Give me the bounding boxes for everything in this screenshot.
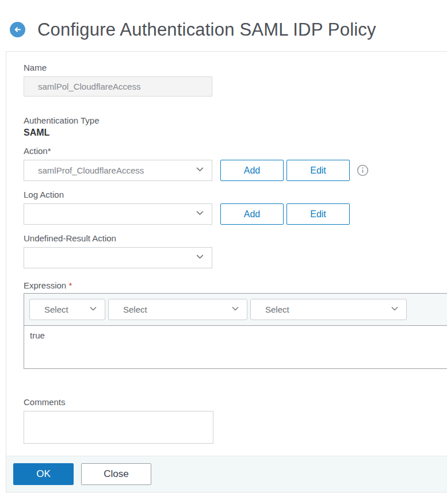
back-button[interactable]: [10, 22, 25, 37]
action-label: Action*: [24, 147, 447, 155]
action-add-button[interactable]: Add: [220, 160, 284, 181]
page-header: Configure Authentication SAML IDP Policy: [0, 0, 447, 51]
name-label: Name: [24, 63, 447, 72]
expression-toolbar: Select Select Select: [24, 293, 447, 326]
chevron-down-icon: [195, 252, 205, 264]
comments-label: Comments: [24, 398, 447, 406]
chevron-down-icon: [390, 304, 399, 316]
expression-select-1[interactable]: Select: [29, 299, 105, 320]
log-action-label: Log Action: [24, 190, 447, 199]
expression-input[interactable]: true: [24, 326, 447, 369]
required-marker: *: [68, 280, 72, 290]
action-edit-button[interactable]: Edit: [286, 160, 350, 181]
arrow-left-icon: [13, 25, 22, 34]
close-button[interactable]: Close: [81, 463, 151, 485]
authentication-type-label: Authentication Type: [24, 116, 447, 125]
form-panel: Name Authentication Type SAML Action* sa…: [6, 51, 447, 493]
footer-bar: OK Close: [6, 456, 447, 492]
expression-select-3[interactable]: Select: [250, 299, 407, 320]
comments-input[interactable]: [24, 411, 213, 444]
chevron-down-icon: [195, 208, 205, 220]
page-title: Configure Authentication SAML IDP Policy: [37, 20, 376, 40]
log-action-select[interactable]: [24, 203, 212, 225]
action-select[interactable]: samlProf_CloudflareAccess: [24, 160, 212, 181]
expression-select-2[interactable]: Select: [108, 299, 247, 320]
expression-label: Expression *: [24, 281, 447, 290]
action-select-value: samlProf_CloudflareAccess: [38, 166, 195, 175]
undefined-result-action-select[interactable]: [24, 247, 212, 268]
chevron-down-icon: [195, 164, 205, 176]
chevron-down-icon: [89, 304, 98, 316]
name-input[interactable]: [24, 76, 212, 97]
chevron-down-icon: [231, 304, 240, 316]
log-action-add-button[interactable]: Add: [220, 203, 284, 225]
authentication-type-value: SAML: [24, 128, 447, 137]
log-action-edit-button[interactable]: Edit: [286, 203, 350, 225]
undefined-result-action-label: Undefined-Result Action: [24, 234, 447, 243]
ok-button[interactable]: OK: [13, 463, 74, 485]
info-icon[interactable]: [357, 164, 369, 176]
